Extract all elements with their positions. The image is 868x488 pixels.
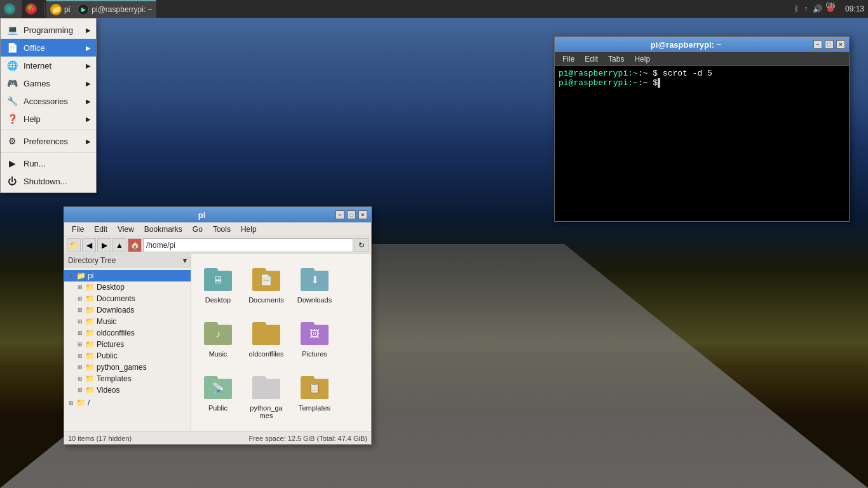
terminal-title: pi@raspberrypi: ~	[559, 40, 813, 50]
expand-desktop-icon[interactable]: ⊞	[76, 283, 85, 292]
minimize-button[interactable]: −	[336, 210, 344, 219]
tree-item-pictures[interactable]: ⊞ 📁 Pictures	[64, 339, 191, 350]
close-button[interactable]: ×	[358, 210, 367, 219]
expand-root-icon[interactable]: ⊞	[67, 398, 76, 407]
home-button[interactable]: 🏠	[128, 238, 142, 252]
panel-header: Directory Tree ▾	[64, 254, 191, 268]
tree-item-root[interactable]: ⊞ 📁 /	[64, 397, 191, 409]
terminal-menu-tabs[interactable]: Tabs	[603, 53, 629, 65]
file-item-documents[interactable]: 📄 Documents	[245, 259, 288, 308]
menu-item-shutdown[interactable]: ⏻ Shutdown...	[1, 172, 96, 190]
maximize-button[interactable]: □	[347, 210, 356, 219]
raspberry-icon: 🍓	[25, 3, 37, 15]
expand-music-icon[interactable]: ⊞	[76, 317, 85, 326]
internet-arrow-icon: ▶	[86, 62, 91, 69]
public-overlay-icon: 📡	[212, 382, 224, 394]
expand-videos-icon[interactable]: ⊞	[76, 386, 85, 395]
expand-python-icon[interactable]: ⊞	[76, 363, 85, 372]
downloads-overlay-icon: ⬇	[311, 274, 319, 286]
menu-help[interactable]: Help	[236, 224, 262, 235]
file-item-python-games[interactable]: python_games	[245, 367, 288, 424]
tree-label-templates: Templates	[97, 374, 132, 383]
menu-item-games-label: Games	[24, 79, 50, 88]
menu-file[interactable]: File	[67, 224, 89, 235]
file-item-music[interactable]: ♪ Music	[196, 313, 240, 362]
taskbar-terminal[interactable]: ▶ pi@raspberrypi: ~	[74, 0, 156, 18]
bluetooth-icon[interactable]: ᛒ	[794, 4, 799, 13]
tree-item-desktop[interactable]: ⊞ 📁 Desktop	[64, 281, 191, 293]
file-item-pictures[interactable]: 🖼 Pictures	[293, 313, 336, 362]
forward-button[interactable]: ▶	[97, 238, 111, 252]
terminal-content[interactable]: pi@raspberrypi:~:~ $ scrot -d 5 pi@raspb…	[555, 66, 849, 221]
file-manager-titlebar[interactable]: pi − □ ×	[64, 207, 371, 222]
file-item-desktop[interactable]: 🖥 Desktop	[196, 259, 240, 308]
terminal-close-button[interactable]: ×	[836, 40, 845, 49]
menu-item-accessories[interactable]: 🔧 Accessories ▶	[1, 92, 96, 110]
tree-item-videos[interactable]: ⊞ 📁 Videos	[64, 384, 191, 396]
documents-label: Documents	[248, 296, 284, 304]
file-item-templates[interactable]: 📋 Templates	[293, 367, 336, 424]
back-button[interactable]: ◀	[82, 238, 96, 252]
taskbar-globe[interactable]	[0, 0, 22, 18]
directory-tree: ▼ 📁 pi ⊞ 📁 Desktop ⊞ 📁 Documents ⊞	[64, 268, 191, 431]
menu-item-preferences[interactable]: ⚙ Preferences ▶	[1, 132, 96, 150]
expand-pi-icon[interactable]: ▼	[67, 271, 76, 280]
menu-item-help[interactable]: ❓ Help ▶	[1, 110, 96, 128]
downloads-label: Downloads	[297, 296, 332, 304]
menu-item-office[interactable]: 📄 Office ▶	[1, 39, 96, 57]
taskbar: 🍓 📁 pi ▶ pi@raspberrypi: ~ ᛒ ↑ 🔊 0% 09:1…	[0, 0, 868, 18]
tree-item-oldconffiles[interactable]: ⊞ 📁 oldconffiles	[64, 327, 191, 339]
tree-label-pi: pi	[88, 271, 93, 280]
menu-bookmarks[interactable]: Bookmarks	[139, 224, 187, 235]
expand-pictures-icon[interactable]: ⊞	[76, 340, 85, 349]
menu-tools[interactable]: Tools	[208, 224, 236, 235]
menu-separator2	[1, 152, 96, 152]
file-manager-content: Directory Tree ▾ ▼ 📁 pi ⊞ 📁 Desktop ⊞	[64, 254, 371, 431]
terminal-menu-edit[interactable]: Edit	[580, 53, 603, 65]
tree-item-public[interactable]: ⊞ 📁 Public	[64, 350, 191, 362]
path-bar[interactable]: /home/pi	[143, 238, 353, 252]
up-button[interactable]: ▲	[112, 238, 126, 252]
file-item-public[interactable]: 📡 Public	[196, 367, 240, 424]
menu-item-internet[interactable]: 🌐 Internet ▶	[1, 57, 96, 74]
terminal-maximize-button[interactable]: □	[825, 40, 834, 49]
terminal-menu-file[interactable]: File	[557, 53, 580, 65]
file-item-oldconffiles[interactable]: oldconffiles	[245, 313, 288, 362]
folder-old-icon: 📁	[85, 329, 95, 337]
menu-view[interactable]: View	[112, 224, 139, 235]
expand-docs-icon[interactable]: ⊞	[76, 294, 85, 303]
menu-item-programming[interactable]: 💻 Programming ▶	[1, 21, 96, 39]
menu-edit[interactable]: Edit	[89, 224, 112, 235]
preferences-arrow-icon: ▶	[86, 138, 91, 145]
menu-item-run[interactable]: ▶ Run...	[1, 154, 96, 172]
terminal-menu-help[interactable]: Help	[629, 53, 655, 65]
new-folder-button[interactable]: 📁	[67, 238, 81, 252]
volume-icon[interactable]: 🔊	[813, 4, 822, 13]
expand-templates-icon[interactable]: ⊞	[76, 374, 85, 383]
taskbar-folder[interactable]: 📁 pi	[46, 0, 74, 18]
templates-overlay-icon: 📋	[308, 382, 321, 394]
expand-downloads-icon[interactable]: ⊞	[76, 306, 85, 315]
tree-label-pictures: Pictures	[97, 340, 124, 349]
terminal-titlebar[interactable]: pi@raspberrypi: ~ − □ ×	[555, 37, 849, 52]
taskbar-raspberry[interactable]: 🍓	[22, 0, 43, 18]
tree-item-pi[interactable]: ▼ 📁 pi	[64, 270, 191, 281]
tree-item-templates[interactable]: ⊞ 📁 Templates	[64, 373, 191, 384]
tree-item-python-games[interactable]: ⊞ 📁 python_games	[64, 362, 191, 373]
panel-toggle-icon[interactable]: ▾	[183, 256, 187, 265]
pictures-label: Pictures	[302, 350, 327, 358]
tree-item-documents[interactable]: ⊞ 📁 Documents	[64, 293, 191, 304]
menu-item-games[interactable]: 🎮 Games ▶	[1, 74, 96, 92]
expand-old-icon[interactable]: ⊞	[76, 329, 85, 337]
menu-go[interactable]: Go	[187, 224, 208, 235]
menu-item-shutdown-label: Shutdown...	[24, 177, 67, 186]
tree-label-downloads: Downloads	[97, 306, 134, 315]
refresh-button[interactable]: ↻	[355, 238, 369, 252]
tree-item-downloads[interactable]: ⊞ 📁 Downloads	[64, 304, 191, 316]
tree-item-music[interactable]: ⊞ 📁 Music	[64, 316, 191, 327]
expand-public-icon[interactable]: ⊞	[76, 351, 85, 360]
terminal-minimize-button[interactable]: −	[813, 40, 822, 49]
file-item-downloads[interactable]: ⬇ Downloads	[293, 259, 336, 308]
folder-music-icon: 📁	[85, 317, 95, 326]
folder-downloads-icon: 📁	[85, 306, 95, 315]
